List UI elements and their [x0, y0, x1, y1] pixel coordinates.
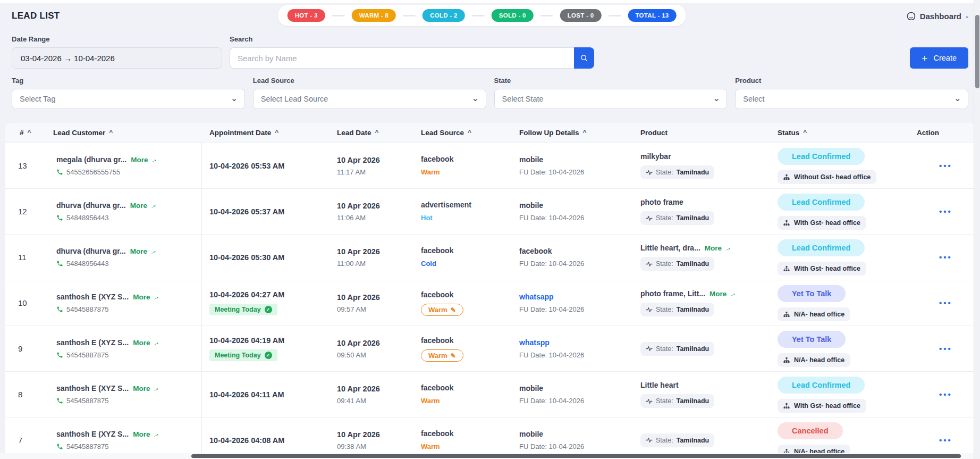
lead-time: 09:41 AM — [337, 397, 413, 405]
column-header-label: Product — [640, 129, 668, 137]
actions-menu-button[interactable]: ••• — [939, 253, 952, 262]
vertical-scrollbar[interactable] — [974, 0, 980, 459]
column-header[interactable]: Product — [633, 129, 770, 137]
lead-temperature-label: Warm — [421, 168, 440, 176]
followup-channel: whatsapp — [519, 293, 633, 301]
lead-source-select[interactable]: Select Lead Source ⌄ — [253, 89, 486, 109]
status-pill[interactable]: Yet To Talk — [778, 331, 846, 348]
status-pill[interactable]: Lead Confirmed — [778, 377, 865, 394]
lead-count-pill[interactable]: WARM - 8 — [352, 9, 396, 22]
state-badge-label: State: — [656, 306, 673, 313]
tag-select[interactable]: Select Tag ⌄ — [12, 89, 245, 109]
meeting-today-badge: Meeting Today ✓ — [209, 349, 277, 361]
chevron-down-icon: ⌄ — [231, 94, 238, 103]
product-more-link[interactable]: More → — [705, 244, 731, 252]
gst-badge: Without Gst- head office — [778, 170, 876, 184]
table-row: 10 santhosh E (XYZ S... More → 545458878… — [5, 280, 975, 326]
actions-menu-button[interactable]: ••• — [939, 436, 952, 445]
customer-more-link[interactable]: More → — [133, 430, 159, 438]
customer-name: dhurva (dhurva gr... — [56, 201, 126, 210]
row-number: 10 — [5, 298, 46, 307]
state-select[interactable]: Select State ⌄ — [494, 89, 728, 109]
table-row: 11 dhurva (dhurva gr... More → 548489564… — [5, 235, 975, 280]
customer-more-link[interactable]: More → — [131, 156, 157, 164]
sitemap-icon — [783, 265, 790, 272]
status-pill[interactable]: Yet To Talk — [778, 285, 846, 302]
lead-temperature-badge: Hot✎ — [421, 214, 433, 222]
pill-separator — [608, 15, 621, 16]
arrow-right-icon: → — [150, 429, 160, 439]
horizontal-scrollbar-thumb[interactable] — [191, 454, 961, 458]
lead-source-label: Lead Source — [253, 77, 486, 85]
appointment-datetime: 10-04-2026 04:11 AM — [209, 390, 330, 399]
customer-more-link[interactable]: More → — [130, 202, 157, 210]
column-header-label: Follow Up Details — [519, 129, 579, 137]
dashboard-link[interactable]: Dashboard - — [907, 12, 968, 21]
actions-menu-button[interactable]: ••• — [939, 298, 952, 307]
product-select[interactable]: Select ⌄ — [735, 89, 968, 109]
table-row: 8 santhosh E (XYZ S... More → 5454588787… — [5, 372, 975, 418]
meeting-badge-label: Meeting Today — [215, 306, 261, 313]
search-button[interactable] — [574, 47, 594, 69]
row-number: 7 — [5, 436, 46, 445]
followup-date: FU Date: 10-04-2026 — [519, 397, 633, 405]
appointment-datetime: 10-04-2026 05:37 AM — [209, 207, 330, 216]
search-input[interactable] — [230, 47, 574, 69]
lead-count-pill[interactable]: HOT - 3 — [288, 9, 325, 22]
lead-date: 10 Apr 2026 — [337, 156, 413, 164]
column-header[interactable]: Follow Up Details ^ — [512, 129, 633, 137]
lead-count-pill[interactable]: COLD - 2 — [423, 9, 465, 22]
actions-menu-button[interactable]: ••• — [939, 390, 952, 399]
column-header[interactable]: Action — [909, 129, 975, 137]
horizontal-scrollbar[interactable] — [0, 453, 974, 459]
customer-more-link[interactable]: More → — [133, 293, 159, 301]
followup-channel: facebook — [519, 247, 633, 255]
appointment-datetime: 10-04-2026 05:30 AM — [209, 253, 330, 262]
date-range-input[interactable]: 03-04-2026 → 10-04-2026 — [12, 47, 222, 69]
appointment-datetime: 10-04-2026 04:27 AM — [209, 290, 330, 299]
gst-badge: With Gst- head office — [778, 399, 866, 413]
status-pill[interactable]: Lead Confirmed — [778, 239, 865, 256]
lead-temperature-label: Warm — [428, 306, 447, 314]
chevron-down-icon: ⌄ — [954, 94, 961, 103]
status-pill[interactable]: Lead Confirmed — [778, 194, 865, 211]
gst-badge: N/A- head office — [778, 307, 850, 321]
lead-temperature-badge: Warm✎ — [421, 304, 463, 316]
product-more-link[interactable]: More → — [709, 290, 736, 298]
status-pill[interactable]: Cancelled — [778, 422, 843, 439]
state-label: State — [494, 77, 728, 85]
lead-time: 09:38 AM — [337, 443, 413, 450]
column-header[interactable]: Lead Customer ^ — [46, 129, 202, 137]
dashboard-icon — [907, 12, 916, 21]
lead-count-pill[interactable]: SOLD - 0 — [492, 9, 534, 22]
phone-icon — [56, 214, 63, 221]
column-header[interactable]: # ^ — [5, 129, 46, 137]
customer-more-link[interactable]: More → — [133, 339, 159, 347]
lead-source-name: facebook — [421, 429, 512, 438]
lead-count-pill[interactable]: LOST - 0 — [560, 9, 602, 22]
column-header[interactable]: Lead Source ^ — [413, 129, 512, 137]
status-pill[interactable]: Lead Confirmed — [778, 148, 865, 165]
actions-menu-button[interactable]: ••• — [939, 344, 952, 353]
column-header[interactable]: Appointment Date ^ — [202, 129, 330, 137]
lead-time: 09:50 AM — [337, 351, 413, 359]
customer-more-link[interactable]: More → — [133, 385, 159, 393]
column-header[interactable]: Lead Date ^ — [330, 129, 413, 137]
pill-separator — [332, 15, 345, 16]
customer-phone: 54848956443 — [66, 214, 109, 222]
followup-date: FU Date: 10-04-2026 — [519, 443, 633, 450]
lead-count-pill[interactable]: TOTAL - 13 — [628, 9, 676, 22]
column-header-label: # — [20, 129, 24, 137]
followup-date: FU Date: 10-04-2026 — [519, 168, 633, 176]
vertical-scrollbar-thumb[interactable] — [975, 15, 979, 88]
chevron-down-icon: ⌄ — [471, 94, 479, 103]
column-header[interactable]: Status ^ — [770, 129, 909, 137]
customer-phone: 54552656555755 — [66, 168, 120, 176]
create-button[interactable]: + Create — [910, 47, 968, 69]
lead-time: 11:00 AM — [337, 260, 413, 268]
activity-icon — [646, 345, 653, 352]
actions-menu-button[interactable]: ••• — [939, 207, 952, 216]
actions-menu-button[interactable]: ••• — [939, 161, 952, 170]
customer-more-link[interactable]: More → — [130, 247, 157, 255]
top-bar: LEAD LIST HOT - 3WARM - 8COLD - 2SOLD - … — [0, 3, 980, 29]
